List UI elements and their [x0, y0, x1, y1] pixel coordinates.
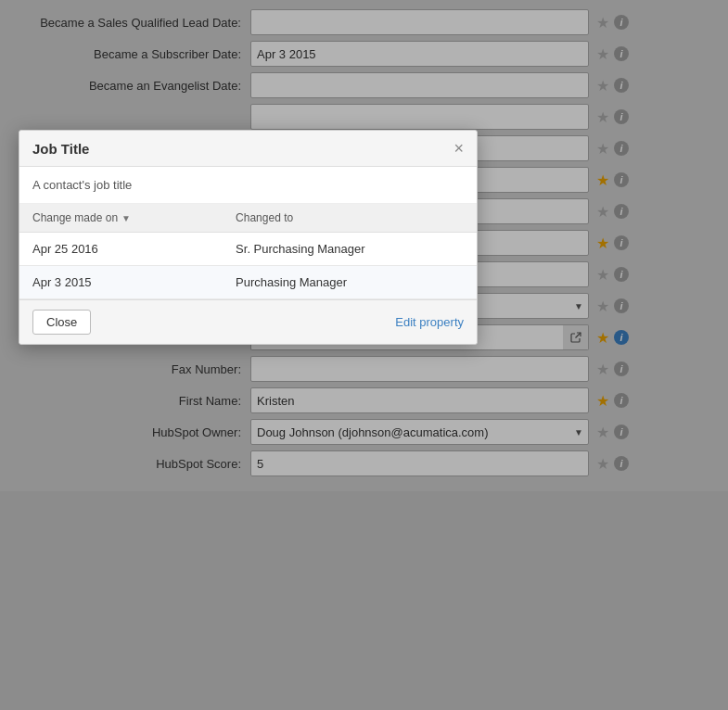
sort-arrow-icon: ▼ — [121, 213, 131, 223]
job-title-modal: Job Title × A contact's job title Change… — [19, 130, 478, 345]
modal-title: Job Title — [32, 141, 89, 157]
modal-history-table: Change made on ▼ Changed to Apr 25 2016 … — [19, 204, 477, 299]
table-row: Apr 25 2016 Sr. Purchasing Manager — [19, 233, 477, 266]
edit-property-link[interactable]: Edit property — [395, 315, 464, 329]
modal-header: Job Title × — [19, 131, 477, 167]
col-header-changed-to: Changed to — [223, 204, 477, 233]
table-row: Apr 3 2015 Purchasing Manager — [19, 266, 477, 299]
col-header-date: Change made on ▼ — [19, 204, 223, 233]
close-button[interactable]: Close — [32, 310, 91, 335]
cell-date-0: Apr 25 2016 — [19, 233, 223, 266]
modal-overlay — [0, 0, 728, 710]
modal-description: A contact's job title — [19, 167, 477, 204]
modal-close-button[interactable]: × — [453, 140, 464, 157]
history-table-body: Apr 25 2016 Sr. Purchasing Manager Apr 3… — [19, 233, 477, 299]
cell-value-1: Purchasing Manager — [223, 266, 477, 299]
modal-footer: Close Edit property — [19, 299, 477, 344]
cell-value-0: Sr. Purchasing Manager — [223, 233, 477, 266]
table-header-row: Change made on ▼ Changed to — [19, 204, 477, 233]
cell-date-1: Apr 3 2015 — [19, 266, 223, 299]
